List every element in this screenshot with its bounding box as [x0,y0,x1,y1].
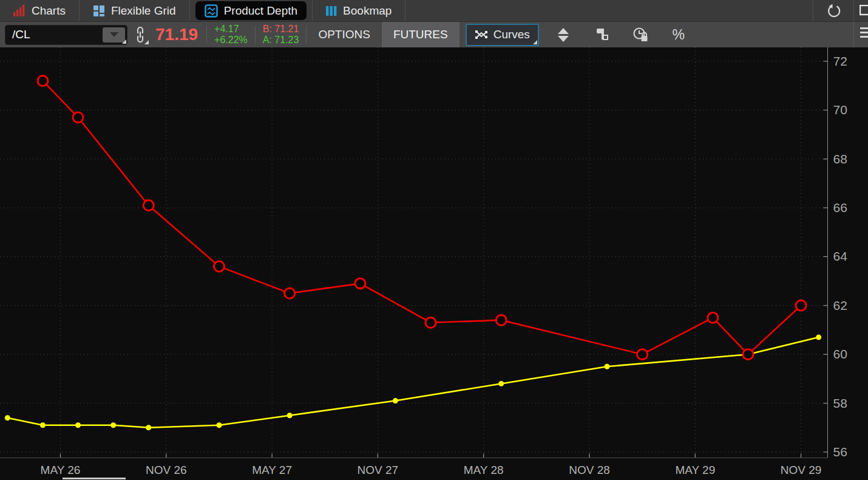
menu-icon[interactable] [854,22,868,47]
bar-chart-icon [13,5,25,16]
svg-text:NOV 28: NOV 28 [569,464,610,476]
svg-text:66: 66 [833,201,847,214]
tab-label: Bookmap [343,4,392,18]
svg-text:68: 68 [833,152,847,166]
tab-bar-spacer [405,0,813,21]
symbol-input[interactable]: /CL [5,25,127,45]
svg-text:MAY 28: MAY 28 [464,464,504,476]
svg-text:60: 60 [833,347,847,361]
bid-value: B: 71.21 [263,24,299,35]
futures-button[interactable]: FUTURES [382,22,459,47]
futures-curve-chart[interactable]: 727068666462605856MAY 26NOV 26MAY 27NOV … [0,47,868,480]
grid-icon [93,5,105,17]
svg-text:70: 70 [833,103,847,117]
curves-label: Curves [493,28,530,41]
svg-text:NOV 26: NOV 26 [146,464,187,476]
tab-product-depth[interactable]: Product Depth [195,1,307,20]
chart-scrollbar-thumb[interactable] [63,478,126,479]
curves-icon [475,29,488,40]
change-block: +4.17 +6.22% [214,24,248,46]
svg-text:62: 62 [833,298,847,312]
toolbar-divider [206,26,207,44]
corner-mark [144,40,149,44]
symbol-value: /CL [5,28,30,41]
bid-ask-block: B: 71.21 A: 71.23 [263,24,299,46]
net-change: +4.17 [214,24,248,35]
tab-bookmap[interactable]: Bookmap [313,0,405,21]
tab-flexible-grid[interactable]: Flexible Grid [80,0,189,21]
svg-text:64: 64 [833,249,848,263]
options-button[interactable]: OPTIONS [307,22,382,47]
corner-mark [122,39,126,44]
svg-text:MAY 27: MAY 27 [252,464,292,476]
sort-arrows-icon[interactable] [548,22,579,47]
svg-text:MAY 29: MAY 29 [675,464,715,476]
link-icon[interactable] [131,24,149,45]
tab-label: Charts [32,4,66,18]
tab-label: Flexible Grid [111,4,176,18]
svg-text:NOV 29: NOV 29 [781,464,822,476]
corner-mark [533,40,537,44]
refresh-icon[interactable] [813,0,853,21]
time-lock-icon[interactable] [625,22,657,47]
svg-text:NOV 27: NOV 27 [358,464,399,476]
svg-text:56: 56 [833,445,847,459]
flag-icon[interactable] [586,22,618,47]
percent-icon[interactable]: % [663,22,694,47]
ask-value: A: 71.23 [263,35,299,46]
last-price: 71.19 [155,25,198,44]
svg-text:72: 72 [833,54,847,68]
svg-text:MAY 26: MAY 26 [41,464,81,476]
curves-button[interactable]: Curves [466,24,539,46]
tab-charts[interactable]: Charts [0,0,79,21]
chart-canvas[interactable]: 727068666462605856MAY 26NOV 26MAY 27NOV … [0,47,868,480]
percent-change: +6.22% [214,35,248,46]
waves-icon [205,4,218,18]
tab-label: Product Depth [224,4,297,18]
svg-text:58: 58 [833,396,847,410]
tab-divider [189,0,190,21]
toolbar-divider [255,26,256,44]
window-icon[interactable] [854,0,868,21]
symbol-toolbar: /CL 71.19 +4.17 +6.22% B: 71.21 A: 71.23… [0,22,868,47]
top-tab-bar: Charts Flexible Grid Product Depth [0,0,868,22]
columns-icon [326,5,337,17]
